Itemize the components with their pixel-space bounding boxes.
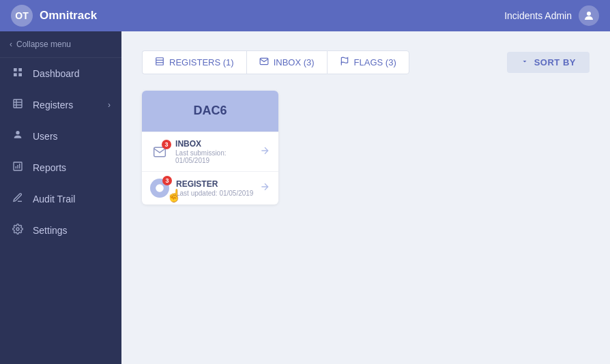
username-label: Incidents Admin [504, 10, 572, 21]
sidebar-item-label: Dashboard [33, 68, 80, 79]
sort-by-button[interactable]: SORT BY [507, 52, 590, 73]
inbox-sub: Last submission: 01/05/2019 [175, 149, 259, 164]
svg-point-9 [16, 131, 19, 134]
nav-item-left: Registers [11, 98, 73, 112]
svg-rect-3 [14, 73, 17, 76]
svg-rect-4 [18, 73, 22, 76]
filter-tab-registers[interactable]: REGISTERS (1) [142, 50, 246, 74]
app-title: Omnitrack [40, 9, 97, 22]
avatar[interactable] [579, 5, 599, 26]
sidebar-item-users[interactable]: Users [0, 121, 121, 152]
sidebar: ‹ Collapse menu Dashboard Registers › [0, 31, 121, 364]
filter-tab-label: REGISTERS (1) [169, 57, 234, 67]
register-icon [155, 183, 164, 193]
dashboard-icon [11, 67, 25, 80]
svg-point-0 [587, 12, 591, 16]
svg-rect-15 [156, 58, 164, 65]
register-icon-wrap: 3 [150, 179, 169, 198]
register-arrow-icon [259, 181, 270, 195]
inbox-filter-icon [259, 57, 269, 68]
inbox-badge: 3 [162, 140, 171, 149]
header-right: Incidents Admin [504, 5, 599, 26]
header-left: OT Omnitrack [11, 5, 97, 27]
audit-trail-icon [11, 192, 25, 206]
settings-icon [11, 224, 25, 237]
register-badge: 3 [162, 176, 172, 185]
nav-item-left: Settings [11, 224, 68, 237]
svg-rect-5 [14, 100, 22, 108]
sidebar-item-label: Reports [33, 162, 66, 173]
registers-filter-icon [155, 57, 164, 68]
card-title: DAC6 [193, 104, 227, 118]
filter-tab-inbox[interactable]: INBOX (3) [246, 50, 327, 74]
registers-icon [11, 98, 25, 112]
inbox-icon-wrap: 3 [150, 142, 169, 162]
card-item-left: 3 REGISTER Last updated: 01/05/2019 [150, 179, 253, 198]
flags-filter-icon [340, 57, 349, 68]
cards-area: DAC6 3 INBOX Last submission: 01/05/2019 [142, 91, 590, 204]
chevron-right-icon: › [108, 100, 111, 110]
sidebar-item-reports[interactable]: Reports [0, 152, 121, 183]
card-dac6: DAC6 3 INBOX Last submission: 01/05/2019 [142, 91, 278, 204]
collapse-menu-button[interactable]: ‹ Collapse menu [0, 31, 121, 58]
main-layout: ‹ Collapse menu Dashboard Registers › [0, 31, 610, 364]
filter-tab-flags[interactable]: FLAGS (3) [327, 50, 409, 74]
sidebar-item-label: Users [33, 131, 58, 142]
inbox-label: INBOX [175, 139, 259, 149]
nav-item-left: Reports [11, 161, 66, 175]
content-area: REGISTERS (1) INBOX (3) FLAGS (3) SORT B… [121, 31, 610, 364]
nav-item-left: Audit Trail [11, 192, 75, 206]
sidebar-item-label: Registers [33, 100, 73, 110]
sort-label: SORT BY [534, 57, 576, 67]
sidebar-item-settings[interactable]: Settings [0, 215, 121, 246]
filter-tab-label: FLAGS (3) [354, 57, 396, 67]
inbox-arrow-icon [259, 145, 270, 159]
reports-icon [11, 161, 25, 175]
register-label: REGISTER [176, 179, 253, 189]
card-item-inbox[interactable]: 3 INBOX Last submission: 01/05/2019 [142, 132, 278, 171]
filter-bar: REGISTERS (1) INBOX (3) FLAGS (3) SORT B… [142, 50, 590, 74]
card-item-register[interactable]: 3 REGISTER Last updated: 01/05/2019 ☝ [142, 171, 278, 204]
svg-rect-2 [18, 68, 22, 72]
chevron-left-icon: ‹ [10, 40, 12, 49]
sidebar-item-audit-trail[interactable]: Audit Trail [0, 183, 121, 215]
card-item-left: 3 INBOX Last submission: 01/05/2019 [150, 139, 259, 164]
logo-text: OT [15, 10, 28, 21]
nav-item-left: Dashboard [11, 67, 80, 80]
app-logo: OT [11, 5, 33, 27]
register-text: REGISTER Last updated: 01/05/2019 [176, 179, 253, 197]
sidebar-item-registers[interactable]: Registers › [0, 89, 121, 121]
sidebar-item-dashboard[interactable]: Dashboard [0, 58, 121, 89]
sidebar-item-label: Settings [33, 225, 68, 236]
card-header: DAC6 [142, 91, 278, 132]
users-icon [11, 130, 25, 143]
svg-rect-1 [14, 68, 17, 72]
app-header: OT Omnitrack Incidents Admin [0, 0, 610, 31]
register-sub: Last updated: 01/05/2019 [176, 189, 253, 197]
nav-item-left: Users [11, 130, 58, 143]
sidebar-item-label: Audit Trail [33, 194, 75, 204]
filter-tab-label: INBOX (3) [274, 57, 315, 67]
svg-point-14 [16, 228, 19, 230]
sort-down-icon [521, 57, 529, 67]
collapse-label: Collapse menu [16, 40, 71, 49]
inbox-text: INBOX Last submission: 01/05/2019 [175, 139, 259, 164]
